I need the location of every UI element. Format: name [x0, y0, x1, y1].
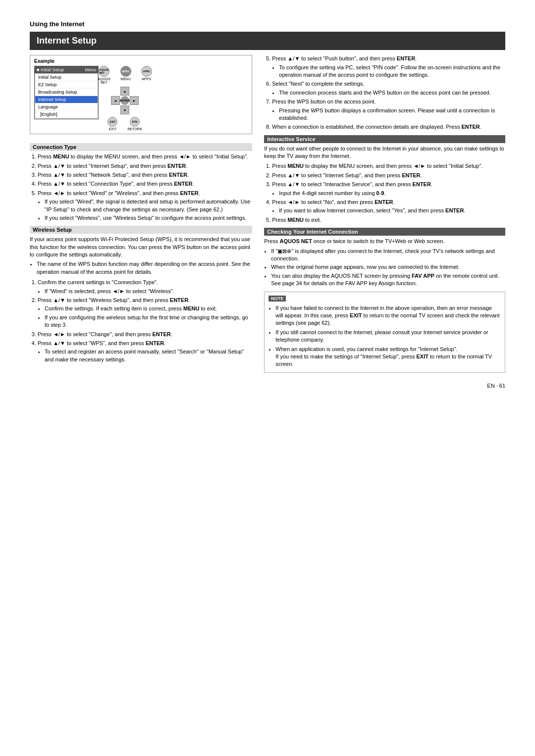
connection-type-steps: Press MENU to display the MENU screen, a…: [30, 153, 252, 222]
connection-type-subtitle: Connection Type: [30, 143, 252, 151]
ct-step-2: Press ▲/▼ to select "Internet Setup", an…: [38, 162, 252, 170]
main-title-box: Internet Setup: [30, 32, 505, 50]
aquos-net-btn: AQUOSNET: [99, 66, 109, 77]
note-box: NOTE If you have failed to connect to th…: [264, 292, 505, 373]
is-bullet-3: Input the 4-digit secret number by using…: [279, 190, 505, 197]
wireless-setup-subtitle: Wireless Setup: [30, 226, 252, 234]
return-btn: RTN: [130, 117, 140, 127]
ws-bullet-1: If "Wired" is selected, press ◄/► to sel…: [45, 288, 252, 295]
is-step-1: Press MENU to display the MENU screen, a…: [272, 162, 505, 170]
exit-btn: EXIT: [107, 117, 117, 127]
ct-step-1: Press MENU to display the MENU screen, a…: [38, 153, 252, 160]
menu-item-internet: Internet Setup: [35, 96, 98, 103]
note-bullet-3: When an application is used, you cannot …: [275, 346, 501, 368]
ws-bullet-2a: Confirm the settings. If each setting it…: [45, 305, 252, 312]
note-bullet-2: If you still cannot connect to the Inter…: [275, 329, 501, 344]
menu-btn: MENU: [120, 66, 131, 77]
example-box: Example ■ Initial Setup Menu Initial Set…: [30, 55, 252, 134]
is-bullet-4: If you want to allow Internet connection…: [279, 207, 505, 214]
dpad: ▲ ◄ ENTER ► ▼: [111, 87, 139, 114]
menu-item-initial: Initial Setup: [35, 74, 98, 81]
checking-connection-subtitle: Checking Your Internet Connection: [264, 228, 505, 236]
menu-item-broadcasting: Broadcasting Setup: [35, 89, 98, 96]
remote-diagram: AQUOSNET AQUOSNET MENU MENU APPS APPS: [103, 66, 147, 131]
cc-bullet-1: If "▣⊠⊕" is displayed after you connect …: [271, 248, 505, 263]
ct-bullet-2: If you select "Wireless", use "Wireless …: [45, 214, 252, 222]
wireless-steps-cont: Press ▲/▼ to select "Push button", and t…: [264, 55, 505, 131]
ct-step-4: Press ▲/▼ to select "Connection Type", a…: [38, 180, 252, 188]
ct-step-5: Press ◄/► to select "Wired" or "Wireless…: [38, 190, 252, 222]
interactive-service-steps: Press MENU to display the MENU screen, a…: [264, 162, 505, 224]
ws-step-7: Press the WPS button on the access point…: [272, 98, 505, 122]
note-bullet-1: If you have failed to connect to the Int…: [275, 304, 501, 327]
ws-bullet-2b: If you are configuring the wireless setu…: [45, 314, 252, 329]
ws-bullet-4: To select and register an access point m…: [45, 348, 252, 363]
menu-icon: ■ Initial Setup: [37, 67, 64, 72]
ct-bullet-1: If you select "Wired", the signal is det…: [45, 198, 252, 213]
ws-step-1: Confirm the current settings in "Connect…: [38, 279, 252, 295]
menu-right-label: Menu: [85, 67, 96, 72]
page-header: Using the Internet: [30, 20, 505, 29]
example-label: Example: [34, 58, 248, 64]
dpad-down: ▼: [120, 105, 129, 114]
ct-step-3: Press ▲/▼ to select "Network Setup", and…: [38, 171, 252, 179]
ws-step-6: Select "Next" to complete the settings. …: [272, 80, 505, 97]
ws-step-2: Press ▲/▼ to select "Wireless Setup", an…: [38, 297, 252, 329]
checking-connection-intro: Press AQUOS NET once or twice to switch …: [264, 238, 505, 245]
menu-item-english: [English]: [35, 111, 98, 118]
menu-item-ez: EZ Setup: [35, 81, 98, 89]
is-step-3: Press ▲/▼ to select "Interactive Service…: [272, 181, 505, 197]
ws-step-4: Press ▲/▼ to select "WPS", and then pres…: [38, 340, 252, 363]
ws-bullet-7: Pressing the WPS button displays a confi…: [279, 107, 505, 122]
ws-step-5: Press ▲/▼ to select "Push button", and t…: [272, 55, 505, 79]
dpad-right: ►: [130, 96, 139, 105]
apps-btn: APPS: [141, 66, 152, 77]
wireless-steps: Confirm the current settings in "Connect…: [30, 279, 252, 363]
ws-step-8: When a connection is established, the co…: [272, 123, 505, 131]
interactive-service-subtitle: Interactive Service: [264, 135, 505, 143]
right-column: Press ▲/▼ to select "Push button", and t…: [264, 55, 505, 373]
is-step-4: Press ◄/► to select "No", and then press…: [272, 199, 505, 215]
dpad-left: ◄: [111, 96, 120, 105]
wireless-bullet: The name of the WPS button function may …: [37, 260, 252, 276]
page-footer: EN · 61: [30, 383, 505, 389]
menu-diagram: ■ Initial Setup Menu Initial Setup EZ Se…: [34, 66, 99, 119]
enter-center-btn: ENTER: [120, 96, 129, 105]
note-label: NOTE: [268, 296, 286, 302]
dpad-up: ▲: [120, 87, 129, 96]
cc-bullet-2: When the original home page appears, now…: [271, 263, 505, 271]
ws-bullet-5: To configure the setting via PC, select …: [279, 64, 505, 79]
ws-step-3: Press ◄/► to select "Change", and then p…: [38, 331, 252, 338]
menu-item-language: Language: [35, 103, 98, 111]
cc-bullet-3: You can also display the AQUOS NET scree…: [271, 272, 505, 288]
left-column: Example ■ Initial Setup Menu Initial Set…: [30, 55, 252, 373]
is-step-2: Press ▲/▼ to select "Internet Setup", an…: [272, 172, 505, 179]
ws-bullet-6: The connection process starts and the WP…: [279, 89, 505, 97]
is-step-5: Press MENU to exit.: [272, 216, 505, 224]
interactive-service-intro: If you do not want other people to conne…: [264, 145, 505, 160]
wireless-intro: If your access point supports Wi-Fi Prot…: [30, 236, 252, 258]
